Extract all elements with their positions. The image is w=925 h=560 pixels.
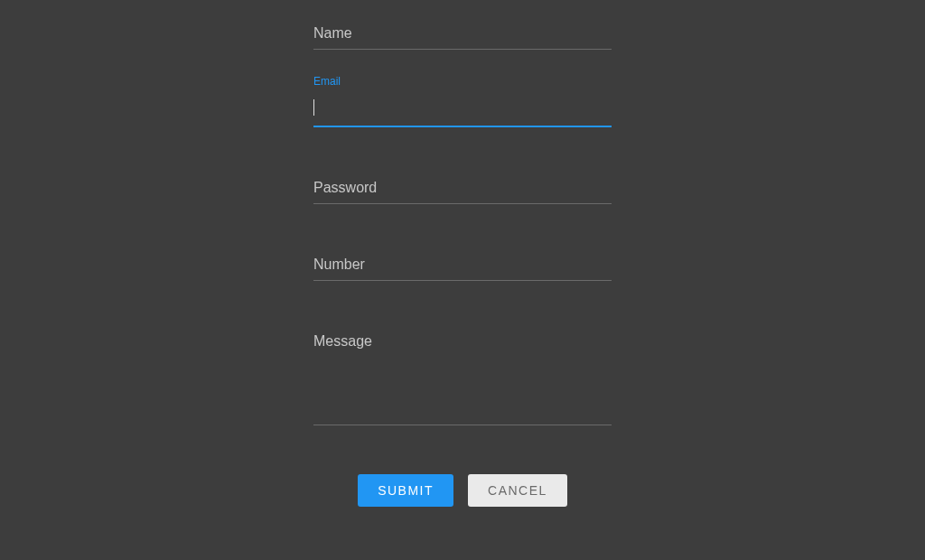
number-input[interactable]: [313, 249, 612, 281]
email-input[interactable]: [313, 95, 612, 127]
password-input[interactable]: [313, 173, 612, 204]
password-field-wrapper: [313, 173, 612, 204]
cancel-button[interactable]: Cancel: [468, 474, 567, 507]
name-field-wrapper: [313, 18, 612, 50]
form-container: Email Submit Cancel: [313, 18, 612, 507]
email-label: Email: [313, 75, 341, 88]
button-row: Submit Cancel: [313, 474, 612, 507]
submit-button[interactable]: Submit: [358, 474, 453, 507]
name-input[interactable]: [313, 18, 612, 50]
message-textarea[interactable]: [313, 326, 612, 425]
message-field-wrapper: [313, 326, 612, 429]
email-field-wrapper: Email: [313, 95, 612, 127]
number-field-wrapper: [313, 249, 612, 281]
text-cursor: [313, 99, 314, 116]
